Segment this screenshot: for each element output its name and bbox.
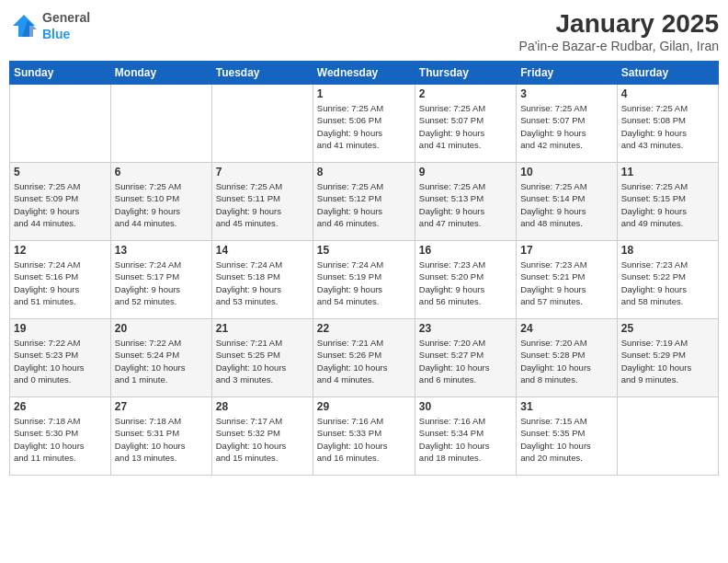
cell-week1-day1 (10, 85, 111, 163)
day-number: 3 (520, 87, 612, 100)
day-info: Sunrise: 7:25 AM Sunset: 5:07 PM Dayligh… (520, 102, 612, 151)
cell-week4-day6: 24Sunrise: 7:20 AM Sunset: 5:28 PM Dayli… (517, 319, 617, 397)
day-number: 23 (419, 322, 512, 335)
logo: General Blue (9, 9, 90, 42)
day-number: 24 (520, 322, 612, 335)
cell-week3-day7: 18Sunrise: 7:23 AM Sunset: 5:22 PM Dayli… (617, 241, 718, 319)
day-info: Sunrise: 7:24 AM Sunset: 5:17 PM Dayligh… (115, 259, 208, 307)
cell-week4-day3: 21Sunrise: 7:21 AM Sunset: 5:25 PM Dayli… (211, 319, 313, 397)
calendar: Sunday Monday Tuesday Wednesday Thursday… (9, 61, 719, 476)
cell-week4-day4: 22Sunrise: 7:21 AM Sunset: 5:26 PM Dayli… (313, 319, 415, 397)
day-number: 26 (14, 400, 107, 413)
day-info: Sunrise: 7:25 AM Sunset: 5:13 PM Dayligh… (419, 180, 512, 229)
day-number: 21 (216, 322, 309, 335)
week-row-4: 19Sunrise: 7:22 AM Sunset: 5:23 PM Dayli… (10, 319, 719, 397)
page: General Blue January 2025 Pa'in-e Bazar-… (0, 0, 728, 563)
cell-week1-day7: 4Sunrise: 7:25 AM Sunset: 5:08 PM Daylig… (617, 85, 718, 163)
day-info: Sunrise: 7:21 AM Sunset: 5:25 PM Dayligh… (216, 337, 309, 385)
day-number: 12 (14, 244, 107, 257)
cell-week5-day2: 27Sunrise: 7:18 AM Sunset: 5:31 PM Dayli… (110, 397, 211, 476)
cell-week5-day3: 28Sunrise: 7:17 AM Sunset: 5:32 PM Dayli… (211, 397, 313, 476)
day-info: Sunrise: 7:18 AM Sunset: 5:30 PM Dayligh… (14, 415, 107, 464)
day-info: Sunrise: 7:25 AM Sunset: 5:06 PM Dayligh… (317, 102, 411, 151)
calendar-header-row: Sunday Monday Tuesday Wednesday Thursday… (10, 62, 719, 85)
day-number: 18 (621, 244, 714, 257)
cell-week4-day7: 25Sunrise: 7:19 AM Sunset: 5:29 PM Dayli… (617, 319, 718, 397)
day-info: Sunrise: 7:25 AM Sunset: 5:14 PM Dayligh… (520, 180, 612, 229)
day-number: 2 (419, 87, 512, 100)
cell-week2-day7: 11Sunrise: 7:25 AM Sunset: 5:15 PM Dayli… (617, 163, 718, 241)
day-info: Sunrise: 7:24 AM Sunset: 5:18 PM Dayligh… (216, 259, 309, 307)
title-block: January 2025 Pa'in-e Bazar-e Rudbar, Gil… (519, 9, 719, 53)
day-info: Sunrise: 7:15 AM Sunset: 5:35 PM Dayligh… (520, 415, 612, 464)
cell-week2-day3: 7Sunrise: 7:25 AM Sunset: 5:11 PM Daylig… (211, 163, 313, 241)
day-info: Sunrise: 7:23 AM Sunset: 5:20 PM Dayligh… (419, 259, 512, 307)
cell-week2-day2: 6Sunrise: 7:25 AM Sunset: 5:10 PM Daylig… (110, 163, 211, 241)
day-number: 7 (216, 166, 309, 178)
day-info: Sunrise: 7:25 AM Sunset: 5:10 PM Dayligh… (115, 180, 208, 229)
header-monday: Monday (110, 62, 211, 85)
day-number: 30 (419, 400, 512, 413)
day-info: Sunrise: 7:22 AM Sunset: 5:23 PM Dayligh… (14, 337, 107, 385)
day-number: 13 (115, 244, 208, 257)
day-number: 9 (419, 166, 512, 178)
logo-general: General (42, 10, 90, 25)
header-tuesday: Tuesday (211, 62, 313, 85)
cell-week3-day5: 16Sunrise: 7:23 AM Sunset: 5:20 PM Dayli… (415, 241, 516, 319)
day-info: Sunrise: 7:17 AM Sunset: 5:32 PM Dayligh… (216, 415, 309, 464)
cell-week1-day2 (110, 85, 211, 163)
cell-week3-day3: 14Sunrise: 7:24 AM Sunset: 5:18 PM Dayli… (211, 241, 313, 319)
day-info: Sunrise: 7:24 AM Sunset: 5:19 PM Dayligh… (317, 259, 411, 307)
main-title: January 2025 (519, 9, 719, 39)
header-sunday: Sunday (10, 62, 111, 85)
cell-week5-day6: 31Sunrise: 7:15 AM Sunset: 5:35 PM Dayli… (517, 397, 617, 476)
day-info: Sunrise: 7:20 AM Sunset: 5:27 PM Dayligh… (419, 337, 512, 385)
cell-week2-day6: 10Sunrise: 7:25 AM Sunset: 5:14 PM Dayli… (517, 163, 617, 241)
cell-week5-day5: 30Sunrise: 7:16 AM Sunset: 5:34 PM Dayli… (415, 397, 516, 476)
day-number: 17 (520, 244, 612, 257)
header-friday: Friday (517, 62, 617, 85)
week-row-2: 5Sunrise: 7:25 AM Sunset: 5:09 PM Daylig… (10, 163, 719, 241)
day-info: Sunrise: 7:20 AM Sunset: 5:28 PM Dayligh… (520, 337, 612, 385)
day-number: 11 (621, 166, 714, 178)
header-saturday: Saturday (617, 62, 718, 85)
week-row-1: 1Sunrise: 7:25 AM Sunset: 5:06 PM Daylig… (10, 85, 719, 163)
day-info: Sunrise: 7:16 AM Sunset: 5:34 PM Dayligh… (419, 415, 512, 464)
cell-week3-day4: 15Sunrise: 7:24 AM Sunset: 5:19 PM Dayli… (313, 241, 415, 319)
cell-week1-day3 (211, 85, 313, 163)
cell-week2-day1: 5Sunrise: 7:25 AM Sunset: 5:09 PM Daylig… (10, 163, 111, 241)
logo-blue: Blue (42, 27, 70, 41)
day-number: 6 (115, 166, 208, 178)
day-info: Sunrise: 7:24 AM Sunset: 5:16 PM Dayligh… (14, 259, 107, 307)
cell-week5-day1: 26Sunrise: 7:18 AM Sunset: 5:30 PM Dayli… (10, 397, 111, 476)
logo-icon (9, 13, 39, 39)
day-number: 22 (317, 322, 411, 335)
day-number: 10 (520, 166, 612, 178)
day-info: Sunrise: 7:25 AM Sunset: 5:12 PM Dayligh… (317, 180, 411, 229)
day-number: 8 (317, 166, 411, 178)
cell-week3-day1: 12Sunrise: 7:24 AM Sunset: 5:16 PM Dayli… (10, 241, 111, 319)
day-number: 29 (317, 400, 411, 413)
cell-week4-day2: 20Sunrise: 7:22 AM Sunset: 5:24 PM Dayli… (110, 319, 211, 397)
day-info: Sunrise: 7:25 AM Sunset: 5:09 PM Dayligh… (14, 180, 107, 229)
day-number: 5 (14, 166, 107, 178)
cell-week2-day5: 9Sunrise: 7:25 AM Sunset: 5:13 PM Daylig… (415, 163, 516, 241)
header-wednesday: Wednesday (313, 62, 415, 85)
day-info: Sunrise: 7:21 AM Sunset: 5:26 PM Dayligh… (317, 337, 411, 385)
day-number: 19 (14, 322, 107, 335)
day-info: Sunrise: 7:19 AM Sunset: 5:29 PM Dayligh… (621, 337, 714, 385)
week-row-5: 26Sunrise: 7:18 AM Sunset: 5:30 PM Dayli… (10, 397, 719, 476)
subtitle: Pa'in-e Bazar-e Rudbar, Gilan, Iran (519, 39, 719, 53)
day-info: Sunrise: 7:25 AM Sunset: 5:11 PM Dayligh… (216, 180, 309, 229)
day-number: 14 (216, 244, 309, 257)
cell-week3-day2: 13Sunrise: 7:24 AM Sunset: 5:17 PM Dayli… (110, 241, 211, 319)
cell-week4-day5: 23Sunrise: 7:20 AM Sunset: 5:27 PM Dayli… (415, 319, 516, 397)
logo-text: General Blue (42, 9, 90, 42)
cell-week1-day4: 1Sunrise: 7:25 AM Sunset: 5:06 PM Daylig… (313, 85, 415, 163)
day-number: 25 (621, 322, 714, 335)
cell-week5-day4: 29Sunrise: 7:16 AM Sunset: 5:33 PM Dayli… (313, 397, 415, 476)
cell-week2-day4: 8Sunrise: 7:25 AM Sunset: 5:12 PM Daylig… (313, 163, 415, 241)
day-info: Sunrise: 7:23 AM Sunset: 5:22 PM Dayligh… (621, 259, 714, 307)
day-number: 28 (216, 400, 309, 413)
day-number: 31 (520, 400, 612, 413)
